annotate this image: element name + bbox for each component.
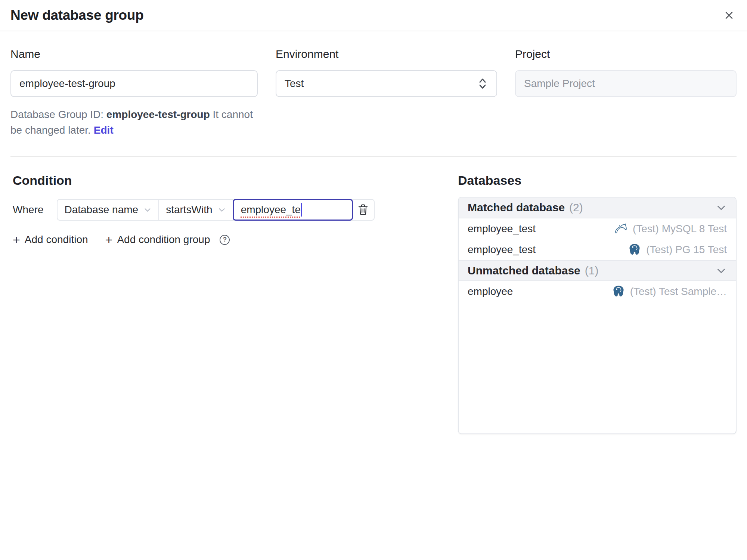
databases-panel: Matched database (2) employee_test <box>458 197 737 434</box>
matched-database-count: (2) <box>569 201 583 214</box>
condition-expression-group: Database name startsWith employee_te <box>57 199 374 221</box>
id-hint-value: employee-test-group <box>106 109 210 120</box>
close-icon <box>723 9 735 21</box>
postgres-icon <box>628 243 641 256</box>
database-name: employee_test <box>468 223 536 235</box>
database-instance-label: (Test) PG 15 Test <box>646 244 727 256</box>
dialog-header: New database group <box>0 0 747 31</box>
condition-field-value: Database name <box>64 204 138 216</box>
condition-heading: Condition <box>13 173 440 188</box>
database-instance-label: (Test) MySQL 8 Test <box>633 223 727 235</box>
condition-value-text: employee_te <box>241 204 301 216</box>
help-icon[interactable]: ? <box>220 235 230 245</box>
condition-field-select[interactable]: Database name <box>58 200 159 220</box>
condition-value-input[interactable]: employee_te <box>233 200 352 220</box>
condition-row: Where Database name startsWith employee_… <box>13 199 440 221</box>
project-input[interactable]: Sample Project <box>515 70 737 97</box>
delete-condition-button[interactable] <box>352 200 374 220</box>
chevron-down-icon <box>143 206 152 214</box>
name-label: Name <box>10 48 258 60</box>
databases-section: Databases Matched database (2) employee_… <box>458 173 737 434</box>
project-field-group: Project Sample Project <box>515 48 737 138</box>
lower-content: Condition Where Database name startsWith <box>0 173 747 434</box>
add-condition-label: Add condition <box>25 234 88 246</box>
condition-actions-row: + Add condition + Add condition group ? <box>13 233 440 246</box>
condition-operator-value: startsWith <box>166 204 212 216</box>
edit-link[interactable]: Edit <box>94 124 114 136</box>
project-label: Project <box>515 48 737 60</box>
database-row: employee_test (Test) PG 15 Test <box>459 239 736 260</box>
chevron-down-icon <box>716 202 727 213</box>
unmatched-database-title: Unmatched database <box>468 264 580 277</box>
mysql-icon <box>614 223 627 235</box>
name-field-group: Name employee-test-group Database Group … <box>10 48 258 138</box>
condition-operator-select[interactable]: startsWith <box>159 200 233 220</box>
chevron-down-icon <box>218 206 226 214</box>
database-instance: (Test) Test Sample… <box>612 285 727 298</box>
environment-label: Environment <box>276 48 497 60</box>
where-label: Where <box>13 204 43 216</box>
page-title: New database group <box>10 7 143 23</box>
plus-icon: + <box>13 233 20 246</box>
unmatched-database-header[interactable]: Unmatched database (1) <box>459 260 736 281</box>
database-row: employee_test (Test) MySQL 8 Test <box>459 218 736 239</box>
add-condition-group-button[interactable]: + Add condition group ? <box>105 233 230 246</box>
add-condition-group-label: Add condition group <box>117 234 210 246</box>
name-input-value: employee-test-group <box>19 78 115 90</box>
project-input-value: Sample Project <box>524 78 595 90</box>
database-group-id-hint: Database Group ID: employee-test-group I… <box>10 107 258 138</box>
trash-icon <box>357 203 369 216</box>
chevron-down-icon <box>716 265 727 276</box>
database-instance: (Test) MySQL 8 Test <box>614 223 727 235</box>
section-divider <box>10 156 737 157</box>
name-input[interactable]: employee-test-group <box>10 70 258 97</box>
unmatched-database-count: (1) <box>585 264 599 277</box>
id-hint-prefix: Database Group ID: <box>10 109 103 120</box>
matched-database-title: Matched database <box>468 201 565 214</box>
form-grid: Name employee-test-group Database Group … <box>0 48 747 138</box>
environment-select-value: Test <box>285 78 304 90</box>
database-name: employee_test <box>468 244 536 256</box>
database-instance: (Test) PG 15 Test <box>628 243 727 256</box>
database-row: employee (Test) Test Sample… <box>459 281 736 302</box>
matched-database-header[interactable]: Matched database (2) <box>459 197 736 218</box>
environment-select[interactable]: Test <box>276 70 497 97</box>
databases-heading: Databases <box>458 173 737 188</box>
database-instance-label: (Test) Test Sample… <box>630 286 727 298</box>
environment-field-group: Environment Test <box>276 48 497 138</box>
condition-section: Condition Where Database name startsWith <box>10 173 440 246</box>
database-name: employee <box>468 286 513 298</box>
chevron-up-down-icon <box>477 77 488 90</box>
close-button[interactable] <box>722 8 737 23</box>
text-caret <box>301 203 302 217</box>
plus-icon: + <box>105 233 113 246</box>
add-condition-button[interactable]: + Add condition <box>13 233 88 246</box>
postgres-icon <box>612 285 625 298</box>
